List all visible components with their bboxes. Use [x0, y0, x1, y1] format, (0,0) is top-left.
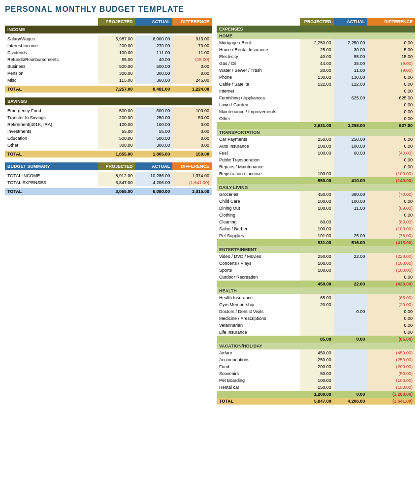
table-row: Life Insurance 0.00: [217, 329, 415, 336]
table-row: Auto Insurance 100.00 100.00 0.00: [217, 143, 415, 150]
table-row: Health Insurance 65.00 (65.00): [217, 294, 415, 301]
table-row: Pet Boarding 100.00 (100.00): [217, 377, 415, 384]
transportation-table: TRANSPORTATION Car Payments 250.00 250.0…: [217, 129, 415, 184]
daily-section-header: DAILY LIVING: [217, 184, 415, 191]
income-table: PROJECTED ACTUAL DIFFERENCE INCOME Salar…: [5, 18, 212, 93]
table-row: Maintenance / Improvements 0.00: [217, 108, 415, 115]
expenses-header-table: PROJECTED ACTUAL DIFFERENCE EXPENSES: [217, 18, 415, 32]
table-row: Medicine / Prescriptions 0.00: [217, 315, 415, 322]
table-row: Car Payments 250.00 250.00 0.00: [217, 136, 415, 143]
summary-table: BUDGET SUMMARY PROJECTED ACTUAL DIFFEREN…: [5, 162, 212, 195]
daily-label: DAILY LIVING: [217, 184, 415, 191]
table-row: Gym Membership 20.00 (20.00): [217, 301, 415, 308]
home-total-row: 2,631.00 3,258.00 627.00: [217, 122, 415, 129]
summary-projected-header: PROJECTED: [98, 162, 135, 170]
table-row: Transfer to Savings 200.00 250.00 50.00: [5, 114, 212, 121]
right-column: PROJECTED ACTUAL DIFFERENCE EXPENSES: [217, 18, 415, 410]
table-row: Fuel 100.00 60.00 (40.00): [217, 150, 415, 157]
table-row: Cleaning 80.00 (80.00): [217, 219, 415, 225]
table-row: Other 300.00 300.00 0.00: [5, 142, 212, 149]
table-row: Home / Rental Insurance 25.00 30.00 5.00: [217, 46, 415, 53]
table-row: Emergency Fund 500.00 600.00 100.00: [5, 107, 212, 114]
table-row: Phone 130.00 130.00 0.00: [217, 74, 415, 81]
expenses-label: EXPENSES: [217, 26, 415, 32]
table-row: Repairs / Maintenance 0.00: [217, 163, 415, 170]
entertainment-label: ENTERTAINMENT: [217, 246, 415, 253]
transport-label: TRANSPORTATION: [217, 129, 415, 136]
table-row: Groceries 450.00 380.00 (70.00): [217, 191, 415, 198]
table-row: Accomodations 250.00 (250.00): [217, 356, 415, 363]
projected-header: PROJECTED: [98, 18, 135, 26]
table-row: TOTAL INCOME 8,912.00 10,286.00 1,374.00: [5, 172, 212, 179]
table-row: Doctors / Dentist Visits 0.00 0.00: [217, 308, 415, 315]
savings-total-row: TOTAL 1,655.00 1,805.00 150.00: [5, 151, 212, 158]
daily-total-row: 931.00 516.00 (415.00): [217, 239, 415, 246]
table-row: Furnishing / Appliances 625.00 625.00: [217, 94, 415, 101]
summary-header-label: BUDGET SUMMARY: [5, 162, 98, 170]
savings-section-header: SAVINGS: [5, 97, 212, 105]
table-row: Pet Supplies 101.00 25.00 (76.00): [217, 232, 415, 239]
savings-table: SAVINGS Emergency Fund 500.00 600.00 100…: [5, 97, 212, 158]
table-row: Lawn / Garden 0.00: [217, 101, 415, 108]
table-row: Dining Out 100.00 11.00 (89.00): [217, 205, 415, 212]
expenses-section-header: EXPENSES: [217, 26, 415, 32]
table-row: Misc 115.00 360.00 245.00: [5, 77, 212, 84]
vacation-total-row: 1,200.00 0.00 (1,200.00): [217, 391, 415, 398]
entertainment-section-header: ENTERTAINMENT: [217, 246, 415, 253]
income-section-header: INCOME: [5, 26, 212, 33]
vacation-section-header: VACATION/HOLIDAY: [217, 343, 415, 349]
table-row: Internet 0.00: [217, 88, 415, 94]
table-row: Dividends 100.00 111.00 11.00: [5, 49, 212, 56]
table-row: Salon / Barber 100.00 (100.00): [217, 225, 415, 232]
right-projected-header: PROJECTED: [300, 18, 334, 26]
table-row: Veterinarian 0.00: [217, 322, 415, 329]
entertainment-total-row: 450.00 22.00 (428.00): [217, 281, 415, 287]
right-difference-header: DIFFERENCE: [367, 18, 415, 26]
table-row: TOTAL EXPENSES 5,847.00 4,206.00 (1,641.…: [5, 179, 212, 186]
table-row: Concerts / Plays 100.00 (100.00): [217, 260, 415, 267]
page-title: PERSONAL MONTHLY BUDGET TEMPLATE: [5, 5, 415, 14]
summary-total-row: TOTAL 3,065.00 6,080.00 3,015.00: [5, 188, 212, 195]
right-actual-header: ACTUAL: [334, 18, 368, 26]
savings-label: SAVINGS: [5, 97, 212, 105]
table-row: Pension 300.00 300.00 0.00: [5, 70, 212, 77]
health-section-header: HEALTH: [217, 287, 415, 294]
expenses-grand-total-table: TOTAL 5,847.00 4,206.00 (1,641.00): [217, 398, 415, 405]
table-row: Salary/Wages 5,987.00 6,900.00 913.00: [5, 35, 212, 42]
vacation-label: VACATION/HOLIDAY: [217, 343, 415, 349]
table-row: Education 500.00 500.00 0.00: [5, 135, 212, 142]
table-row: Child Care 100.00 100.00 0.00: [217, 198, 415, 205]
table-row: Registration / License 100.00 (100.00): [217, 170, 415, 177]
table-row: Clothing 0.00: [217, 212, 415, 219]
table-row: Public Transporation 0.00: [217, 157, 415, 163]
home-table: HOME Mortgage / Rent 2,250.00 2,250.00 0…: [217, 32, 415, 129]
home-label: HOME: [217, 32, 415, 39]
table-row: Outdoor Recreation 0.00: [217, 274, 415, 281]
table-row: Souvenirs 50.00 (50.00): [217, 370, 415, 377]
income-total-row: TOTAL 7,257.00 8,481.00 1,224.00: [5, 86, 212, 93]
entertainment-table: ENTERTAINMENT Video / DVD / Movies 250.0…: [217, 246, 415, 287]
table-row: Rental car 150.00 (150.00): [217, 384, 415, 391]
table-row: Cable / Satelite 122.00 122.00 0.00: [217, 81, 415, 88]
expenses-grand-total-row: TOTAL 5,847.00 4,206.00 (1,641.00): [217, 398, 415, 405]
health-label: HEALTH: [217, 287, 415, 294]
left-column: PROJECTED ACTUAL DIFFERENCE INCOME Salar…: [5, 18, 212, 410]
vacation-table: VACATION/HOLIDAY Airfare 450.00 (450.00)…: [217, 343, 415, 398]
table-row: Sports 100.00 (100.00): [217, 267, 415, 274]
table-row: Airfare 450.00 (450.00): [217, 349, 415, 356]
table-row: Video / DVD / Movies 250.00 22.00 (228.0…: [217, 253, 415, 260]
actual-header: ACTUAL: [135, 18, 173, 26]
transport-section-header: TRANSPORTATION: [217, 129, 415, 136]
table-row: Gas / Oil 44.00 35.00 (9.00): [217, 60, 415, 67]
table-row: Business 500.00 500.00 0.00: [5, 63, 212, 70]
main-container: PERSONAL MONTHLY BUDGET TEMPLATE PROJECT…: [5, 5, 415, 410]
table-row: Water / Sewer / Trash 20.00 11.00 (9.00): [217, 67, 415, 74]
health-table: HEALTH Health Insurance 65.00 (65.00) Gy…: [217, 287, 415, 343]
table-row: Interest Income 200.00 270.00 70.00: [5, 42, 212, 49]
difference-header: DIFFERENCE: [172, 18, 212, 26]
summary-actual-header: ACTUAL: [135, 162, 173, 170]
daily-living-table: DAILY LIVING Groceries 450.00 380.00 (70…: [217, 184, 415, 246]
table-row: Food 200.00 (200.00): [217, 363, 415, 370]
table-row: Other 0.00: [217, 115, 415, 122]
table-row: Investments 55.00 55.00 0.00: [5, 128, 212, 135]
